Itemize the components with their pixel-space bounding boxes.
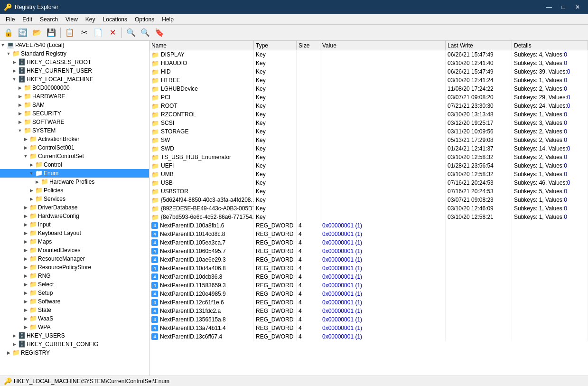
col-header-value[interactable]: Value [320, 41, 446, 50]
tree-node-hkcu[interactable]: ▶🗄️HKEY_CURRENT_USER [0, 66, 149, 75]
cut-button[interactable]: ✂ [77, 26, 91, 39]
tree-node-pavel[interactable]: ▼💻PAVEL7540 (Local) [0, 41, 149, 49]
tree-node-hardware[interactable]: ▶📁HARDWARE [0, 92, 149, 101]
menu-item-file[interactable]: File [2, 15, 19, 24]
values-link[interactable]: 0 [567, 103, 570, 109]
menu-item-edit[interactable]: Edit [19, 15, 36, 24]
tree-node-hkcc[interactable]: ▶🗄️HKEY_CURRENT_CONFIG [0, 340, 149, 348]
tree-node-state[interactable]: ▶📁State [0, 306, 149, 314]
copy-button[interactable]: 📋 [63, 26, 76, 39]
table-row[interactable]: 4NextParentID.10605495.7REG_DWORD40x0000… [149, 247, 588, 255]
table-row[interactable]: 📁HDAUDIOKey03/10/20 12:41:40Subkeys: 3, … [149, 59, 588, 67]
menu-item-key[interactable]: Key [82, 15, 99, 24]
table-row[interactable]: 📁RZCONTROLKey03/10/20 13:13:48Subkeys: 1… [149, 110, 588, 119]
tree-node-hkcr[interactable]: ▶🗄️HKEY_CLASSES_ROOT [0, 58, 149, 66]
tree-node-softwarehklm[interactable]: ▶📁Software [0, 297, 149, 306]
close-button[interactable]: ✕ [571, 2, 584, 12]
tree-node-enum[interactable]: ▼📁Enum [0, 169, 149, 178]
values-link[interactable]: 0 [564, 171, 567, 178]
table-row[interactable]: 4NextParentID.13a74b11.4REG_DWORD40x0000… [149, 324, 588, 332]
tree-toggle-currentcontrolset[interactable]: ▼ [23, 153, 28, 159]
tree-toggle-hardware[interactable]: ▶ [17, 94, 23, 99]
values-link[interactable]: 0 [564, 162, 567, 169]
tree-toggle-sam[interactable]: ▶ [17, 102, 23, 108]
table-row[interactable]: 📁UEFIKey01/28/21 23:56:54Subkeys: 1, Val… [149, 161, 588, 170]
tree-toggle-maps[interactable]: ▶ [23, 239, 28, 245]
tree-toggle-hkusers[interactable]: ▶ [11, 333, 17, 339]
tree-node-hklm[interactable]: ▼🗄️HKEY_LOCAL_MACHINE [0, 75, 149, 84]
col-header-type[interactable]: Type [254, 41, 297, 50]
tree-toggle-hardwareprofiles[interactable]: ▶ [34, 179, 40, 185]
col-header-lastwrite[interactable]: Last Write [446, 41, 512, 50]
table-row[interactable]: 📁HTREEKey03/10/20 12:41:24Subkeys: 1, Va… [149, 76, 588, 85]
tree-node-currentcontrolset[interactable]: ▼📁CurrentControlSet [0, 152, 149, 160]
values-link[interactable]: 0 [564, 85, 567, 92]
tree-node-wpa[interactable]: ▶📁WPA [0, 323, 149, 331]
tree-toggle-setup[interactable]: ▶ [23, 290, 28, 296]
tree-node-security[interactable]: ▶📁SECURITY [0, 109, 149, 118]
tree-node-resourcepolicystore[interactable]: ▶📁ResourcePolicyStore [0, 263, 149, 272]
tree-node-waas[interactable]: ▶📁WaaS [0, 314, 149, 323]
tree-toggle-system[interactable]: ▼ [17, 128, 23, 133]
tree-toggle-keyboardlayout[interactable]: ▶ [23, 230, 28, 236]
menu-item-view[interactable]: View [62, 15, 82, 24]
tree-toggle-resourcepolicystore[interactable]: ▶ [23, 264, 28, 270]
tree-toggle-policies[interactable]: ▶ [28, 188, 34, 193]
bookmark-button[interactable]: 🔖 [153, 26, 166, 39]
delete-button[interactable]: ✕ [106, 26, 119, 39]
tree-toggle-waas[interactable]: ▶ [23, 316, 28, 321]
values-link[interactable]: 0 [567, 179, 570, 186]
tree-node-driverdatabase[interactable]: ▶📁DriverDatabase [0, 203, 149, 212]
tree-toggle-controlset001[interactable]: ▶ [23, 145, 28, 151]
values-link[interactable]: 0 [567, 68, 570, 75]
tree-toggle-pavel[interactable]: ▼ [0, 42, 6, 48]
table-row[interactable]: 📁TS_USB_HUB_EnumeratorKey03/10/20 12:58:… [149, 153, 588, 161]
table-row[interactable]: 📁USBKey07/16/21 20:24:53Subkeys: 46, Val… [149, 179, 588, 187]
table-row[interactable]: 4NextParentID.1014cd8c.8REG_DWORD40x0000… [149, 230, 588, 238]
values-link[interactable]: 0 [564, 77, 567, 84]
tree-toggle-hklm[interactable]: ▼ [11, 76, 17, 82]
tree-toggle-rng[interactable]: ▶ [23, 273, 28, 279]
values-link[interactable]: 0 [567, 94, 570, 101]
tree-toggle-registry[interactable]: ▶ [6, 350, 11, 356]
menu-item-locations[interactable]: Locations [99, 15, 131, 24]
table-row[interactable]: 4NextParentID.10ae6e29.3REG_DWORD40x0000… [149, 255, 588, 264]
tree-toggle-software[interactable]: ▶ [17, 119, 23, 125]
tree-node-control[interactable]: ▶📁Control [0, 160, 149, 169]
tree-node-resourcemanager[interactable]: ▶📁ResourceManager [0, 254, 149, 263]
table-row[interactable]: 4NextParentID.10dcb36.8REG_DWORD40x00000… [149, 273, 588, 281]
table-row[interactable]: 📁PCIKey03/07/21 09:08:20Subkeys: 29, Val… [149, 93, 588, 102]
tree-toggle-mounteddevices[interactable]: ▶ [23, 247, 28, 253]
table-row[interactable]: 📁UMBKey03/10/20 12:58:32Subkeys: 1, Valu… [149, 170, 588, 179]
values-link[interactable]: 0 [564, 120, 567, 126]
table-row[interactable]: 📁HIDKey06/26/21 15:47:49Subkeys: 39, Val… [149, 67, 588, 76]
tree-node-standard[interactable]: ▼📁Standard Registry [0, 49, 149, 58]
table-row[interactable]: 📁{8e7bd593-6e6c-4c52-86a6-771754...Key03… [149, 213, 588, 221]
tree-toggle-state[interactable]: ▶ [23, 307, 28, 313]
values-link[interactable]: 0 [564, 188, 567, 195]
tree-toggle-wpa[interactable]: ▶ [23, 324, 28, 330]
table-row[interactable]: 📁{5d624f94-8850-40c3-a3fa-a4fd208...Key0… [149, 196, 588, 204]
table-row[interactable]: 4NextParentID.105ea3ca.7REG_DWORD40x0000… [149, 238, 588, 247]
values-link[interactable]: 0 [567, 145, 570, 152]
tree-node-hardwareprofiles[interactable]: ▶📁Hardware Profiles [0, 178, 149, 186]
table-row[interactable]: 📁STORAGEKey03/11/20 10:09:56Subkeys: 2, … [149, 127, 588, 136]
tree-node-hkusers[interactable]: ▶🗄️HKEY_USERS [0, 331, 149, 340]
tree-toggle-select[interactable]: ▶ [23, 282, 28, 287]
tree-node-system[interactable]: ▼📁SYSTEM [0, 126, 149, 135]
values-link[interactable]: 0 [564, 214, 567, 220]
tree-node-controlset001[interactable]: ▶📁ControlSet001 [0, 143, 149, 152]
values-link[interactable]: 0 [564, 111, 567, 118]
tree-node-maps[interactable]: ▶📁Maps [0, 237, 149, 246]
tree-node-rng[interactable]: ▶📁RNG [0, 272, 149, 280]
values-link[interactable]: 0 [564, 60, 567, 66]
table-row[interactable]: 📁DISPLAYKey06/26/21 15:47:49Subkeys: 4, … [149, 50, 588, 59]
refresh-button[interactable]: 🔄 [16, 26, 29, 39]
tree-panel[interactable]: ▼💻PAVEL7540 (Local)▼📁Standard Registry▶🗄… [0, 41, 149, 376]
values-link[interactable]: 0 [564, 51, 567, 58]
tree-toggle-driverdatabase[interactable]: ▶ [23, 205, 28, 210]
col-header-size[interactable]: Size [297, 41, 320, 50]
values-link[interactable]: 0 [564, 137, 567, 143]
tree-node-services[interactable]: ▶📁Services [0, 195, 149, 203]
table-row[interactable]: 4NextParentID.13c6ff67.4REG_DWORD40x0000… [149, 332, 588, 341]
